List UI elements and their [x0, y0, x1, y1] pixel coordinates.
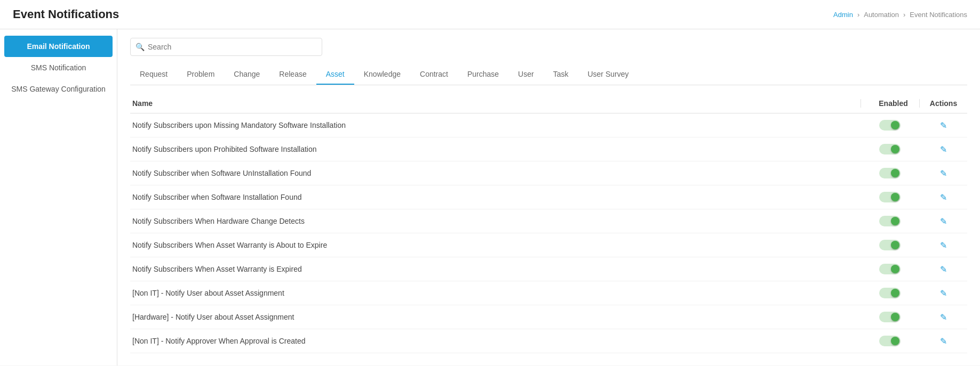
column-name-header: Name: [130, 99, 861, 108]
tab-asset[interactable]: Asset: [316, 64, 354, 85]
tab-contract[interactable]: Contract: [410, 64, 458, 85]
toggle-8[interactable]: [879, 312, 901, 322]
breadcrumb-sep-2: ›: [903, 11, 905, 19]
row-actions-0: ✎: [919, 120, 967, 131]
search-input[interactable]: [130, 38, 322, 56]
row-name-1: Notify Subscribers upon Prohibited Softw…: [130, 145, 861, 153]
tab-release[interactable]: Release: [269, 64, 316, 85]
row-name-5: Notify Subscribers When Asset Warranty i…: [130, 241, 861, 249]
row-actions-5: ✎: [919, 240, 967, 250]
toggle-4[interactable]: [879, 216, 901, 226]
row-name-6: Notify Subscribers When Asset Warranty i…: [130, 265, 861, 273]
row-enabled-9[interactable]: [861, 336, 919, 346]
search-bar: 🔍: [130, 38, 967, 56]
row-actions-7: ✎: [919, 288, 967, 298]
sidebar-item-email-notification[interactable]: Email Notification: [4, 36, 113, 57]
toggle-track-2: [879, 168, 901, 178]
toggle-track-3: [879, 192, 901, 202]
tab-user-survey[interactable]: User Survey: [578, 64, 638, 85]
tab-problem[interactable]: Problem: [177, 64, 224, 85]
row-actions-6: ✎: [919, 264, 967, 274]
toggle-9[interactable]: [879, 336, 901, 346]
row-enabled-1[interactable]: [861, 144, 919, 154]
tab-change[interactable]: Change: [224, 64, 269, 85]
toggle-knob-0: [891, 121, 899, 129]
table-row: [Non IT] - Notify User about Asset Assig…: [130, 281, 967, 305]
toggle-1[interactable]: [879, 144, 901, 154]
edit-icon-8[interactable]: ✎: [940, 312, 947, 322]
edit-icon-1[interactable]: ✎: [940, 144, 947, 154]
tabs-container: Request Problem Change Release Asset Kno…: [130, 64, 967, 85]
table-row: Notify Subscribers upon Prohibited Softw…: [130, 137, 967, 161]
breadcrumb-automation: Automation: [864, 11, 899, 19]
table-row: Notify Subscribers When Asset Warranty i…: [130, 257, 967, 281]
row-enabled-6[interactable]: [861, 264, 919, 274]
table-row: [Hardware] - Notify User about Asset Ass…: [130, 305, 967, 329]
tab-purchase[interactable]: Purchase: [458, 64, 508, 85]
row-name-4: Notify Subscribers When Hardware Change …: [130, 217, 861, 225]
page-title: Event Notifications: [13, 7, 119, 21]
sidebar-item-sms-gateway-configuration[interactable]: SMS Gateway Configuration: [0, 78, 117, 100]
toggle-knob-8: [891, 313, 899, 321]
row-name-0: Notify Subscribers upon Missing Mandator…: [130, 121, 861, 129]
row-name-9: [Non IT] - Notify Approver When Approval…: [130, 337, 861, 345]
edit-icon-2[interactable]: ✎: [940, 168, 947, 178]
toggle-track-4: [879, 216, 901, 226]
toggle-0[interactable]: [879, 120, 901, 131]
column-actions-header: Actions: [919, 99, 967, 108]
row-actions-2: ✎: [919, 168, 967, 178]
row-enabled-7[interactable]: [861, 288, 919, 298]
breadcrumb-admin[interactable]: Admin: [833, 11, 853, 19]
toggle-knob-6: [891, 265, 899, 273]
edit-icon-5[interactable]: ✎: [940, 240, 947, 250]
edit-icon-7[interactable]: ✎: [940, 288, 947, 298]
toggle-2[interactable]: [879, 168, 901, 178]
table-row: Notify Subscriber when Software Installa…: [130, 185, 967, 209]
toggle-3[interactable]: [879, 192, 901, 202]
sidebar: Email Notification SMS Notification SMS …: [0, 29, 117, 365]
column-enabled-header: Enabled: [861, 99, 919, 108]
tab-request[interactable]: Request: [130, 64, 177, 85]
toggle-track-1: [879, 144, 901, 154]
toggle-knob-1: [891, 145, 899, 153]
header-bar: Event Notifications Admin › Automation ›…: [0, 0, 980, 29]
toggle-7[interactable]: [879, 288, 901, 298]
edit-icon-4[interactable]: ✎: [940, 216, 947, 226]
row-enabled-5[interactable]: [861, 240, 919, 250]
tab-task[interactable]: Task: [544, 64, 578, 85]
table-row: Notify Subscriber when Software UnInstal…: [130, 161, 967, 185]
tab-user[interactable]: User: [508, 64, 544, 85]
table-row: [Non IT] - Notify Approver When Approval…: [130, 329, 967, 353]
toggle-knob-3: [891, 193, 899, 201]
row-enabled-2[interactable]: [861, 168, 919, 178]
main-layout: Email Notification SMS Notification SMS …: [0, 29, 980, 365]
edit-icon-6[interactable]: ✎: [940, 264, 947, 274]
toggle-track-0: [879, 120, 901, 131]
toggle-track-7: [879, 288, 901, 298]
row-actions-9: ✎: [919, 336, 967, 346]
table-body: Notify Subscribers upon Missing Mandator…: [130, 113, 967, 353]
toggle-knob-5: [891, 241, 899, 249]
row-enabled-8[interactable]: [861, 312, 919, 322]
edit-icon-9[interactable]: ✎: [940, 336, 947, 346]
notifications-table: Name Enabled Actions Notify Subscribers …: [130, 94, 967, 353]
row-enabled-0[interactable]: [861, 120, 919, 131]
edit-icon-0[interactable]: ✎: [940, 120, 947, 131]
row-actions-3: ✎: [919, 192, 967, 202]
table-row: Notify Subscribers upon Missing Mandator…: [130, 113, 967, 137]
breadcrumb-sep-1: ›: [857, 11, 859, 19]
row-actions-4: ✎: [919, 216, 967, 226]
toggle-6[interactable]: [879, 264, 901, 274]
toggle-track-8: [879, 312, 901, 322]
row-enabled-4[interactable]: [861, 216, 919, 226]
toggle-5[interactable]: [879, 240, 901, 250]
row-enabled-3[interactable]: [861, 192, 919, 202]
row-name-8: [Hardware] - Notify User about Asset Ass…: [130, 313, 861, 321]
edit-icon-3[interactable]: ✎: [940, 192, 947, 202]
row-actions-8: ✎: [919, 312, 967, 322]
row-name-7: [Non IT] - Notify User about Asset Assig…: [130, 289, 861, 297]
toggle-knob-4: [891, 217, 899, 225]
row-name-2: Notify Subscriber when Software UnInstal…: [130, 169, 861, 177]
sidebar-item-sms-notification[interactable]: SMS Notification: [0, 57, 117, 78]
tab-knowledge[interactable]: Knowledge: [354, 64, 410, 85]
